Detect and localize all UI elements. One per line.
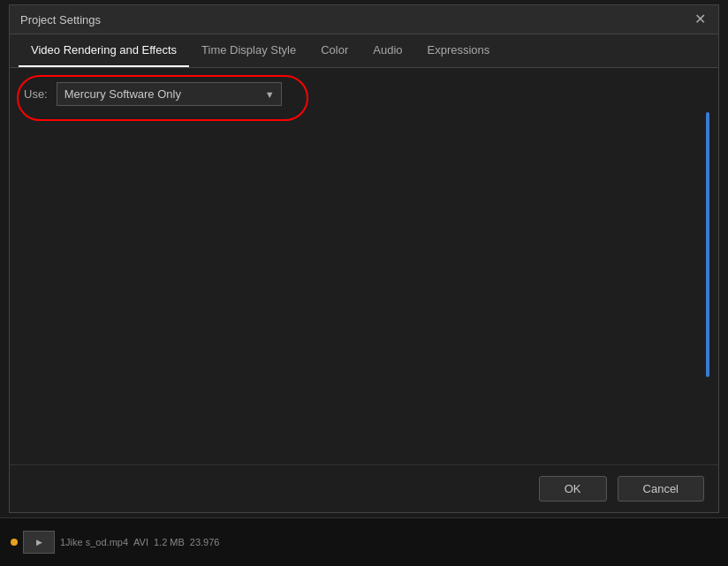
use-row: Use: Mercury Software Only Mercury GPU A… <box>24 82 704 106</box>
tab-audio[interactable]: Audio <box>360 34 414 67</box>
dialog-title: Project Settings <box>20 13 101 26</box>
tab-color[interactable]: Color <box>308 34 360 67</box>
taskbar-timecode: 23.976 <box>190 537 220 547</box>
tab-expressions[interactable]: Expressions <box>415 34 503 67</box>
taskbar-file-item: ▶ 1Jike s_od.mp4 AVI 1.2 MB 23.976 <box>11 531 219 554</box>
cancel-button[interactable]: Cancel <box>618 476 704 502</box>
tab-bar: Video Rendering and Effects Time Display… <box>10 34 718 68</box>
title-bar: Project Settings ✕ <box>10 5 718 34</box>
ok-button[interactable]: OK <box>539 476 607 502</box>
taskbar-thumbnail-label: ▶ <box>36 538 42 547</box>
tab-time-display[interactable]: Time Display Style <box>189 34 308 67</box>
dialog-window: Project Settings ✕ Video Rendering and E… <box>9 4 719 513</box>
taskbar-filesize: 1.2 MB <box>154 537 185 547</box>
use-label: Use: <box>24 87 48 101</box>
taskbar-badge-icon <box>11 539 18 546</box>
taskbar-thumbnail: ▶ <box>23 531 55 554</box>
content-area: Use: Mercury Software Only Mercury GPU A… <box>10 68 718 464</box>
renderer-dropdown[interactable]: Mercury Software Only Mercury GPU Accele… <box>57 82 282 106</box>
right-accent-bar <box>706 112 709 377</box>
close-button[interactable]: ✕ <box>693 12 708 26</box>
taskbar: ▶ 1Jike s_od.mp4 AVI 1.2 MB 23.976 <box>0 517 728 566</box>
taskbar-filetype: AVI <box>133 537 148 547</box>
dialog-overlay: Project Settings ✕ Video Rendering and E… <box>0 0 728 566</box>
taskbar-filename: 1Jike s_od.mp4 <box>60 537 128 547</box>
renderer-dropdown-wrapper: Mercury Software Only Mercury GPU Accele… <box>57 82 282 106</box>
dialog-footer: OK Cancel <box>10 464 718 512</box>
tab-video-rendering[interactable]: Video Rendering and Effects <box>19 34 189 67</box>
